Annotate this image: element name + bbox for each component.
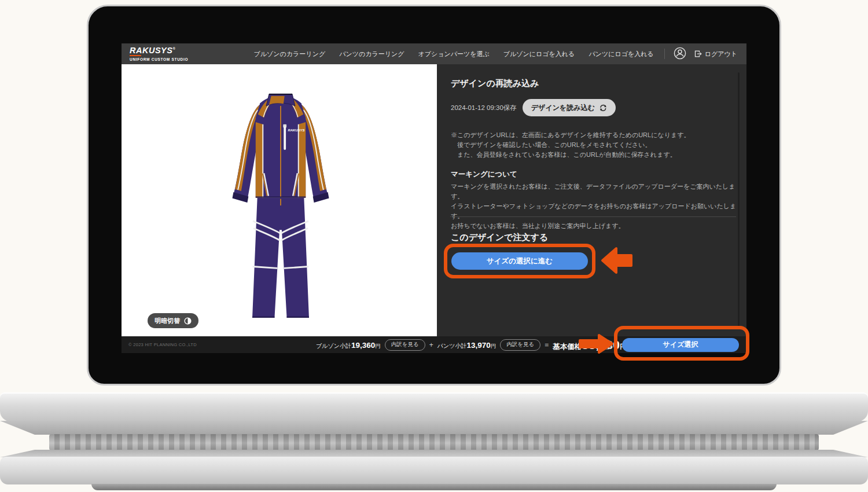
brand-subtitle: UNIFORM CUSTOM STUDIO [130,58,188,62]
brand-registered-mark: ® [172,47,175,50]
pants-breakdown-button[interactable]: 内訳を見る [500,339,540,351]
nav-item-blouson-logo[interactable]: ブルゾンにロゴを入れる [503,50,575,58]
blouson-breakdown-button[interactable]: 内訳を見る [385,339,425,351]
plus-sign: + [429,341,433,349]
design-canvas[interactable]: RAKUSYS 明暗切替 [122,64,437,336]
design-url-note: ※このデザインURLは、左画面にあるデザインを維持するためのURLになります。 … [451,130,690,160]
laptop-base-lip [91,484,777,490]
url-note-line: ※このデザインURLは、左画面にあるデザインを維持するためのURLになります。 [451,130,690,140]
copyright: © 2023 HIT PLANNING CO.,LTD [128,336,197,353]
settings-panel: デザインの再読み込み 2024-01-12 09:30保存 デザインを読み込む [437,64,746,336]
marking-note-line: マーキングを選択されたお客様は、ご注文後、データファイルのアップローダーをご案内… [451,182,746,201]
blouson-subtotal: ブルゾン小計19,360円 [316,340,381,350]
section-divider [450,216,736,217]
marking-note-line: イラストレーターやフォトショップなどのデータをお持ちのお客様はアップロードお願い… [451,201,746,221]
brand-name: RAKUSYS® [130,46,188,55]
equals-sign: = [545,341,549,349]
order-section-title: このデザインで注文する [451,232,548,243]
laptop-hinge-vent [49,434,819,450]
main-nav: ブルゾンのカラーリング パンツのカラーリング オプションパーツを選ぶ ブルゾンに… [254,50,654,58]
pants-subtotal: パンツ小計13,970円 [437,340,496,350]
blouson-subtotal-label: ブルゾン小計 [316,343,351,349]
brand-accent-bar [130,55,141,56]
marking-section-title: マーキングについて [451,170,517,179]
pants-subtotal-value: 13,970 [466,341,490,350]
saved-design-row: 2024-01-12 09:30保存 デザインを読み込む [451,99,616,116]
brand-logo: RAKUSYS® UNIFORM CUSTOM STUDIO [130,46,188,62]
logout-label: ログアウト [705,50,737,58]
garment-logo-text: RAKUSYS [288,128,304,132]
laptop-deck-top [0,392,868,421]
pants-subtotal-label: パンツ小計 [437,343,467,349]
size-select-button[interactable]: サイズ選択 [622,338,739,352]
yen-unit: 円 [375,343,381,349]
laptop-screen: RAKUSYS® UNIFORM CUSTOM STUDIO ブルゾンのカラーリ… [87,5,781,385]
nav-item-option-parts[interactable]: オプションパーツを選ぶ [418,50,489,58]
header-divider [664,49,665,59]
laptop-hinge-upper [0,421,868,435]
marking-note: マーキングを選択されたお客様は、ご注文後、データファイルのアップローダーをご案内… [451,182,746,231]
app-header: RAKUSYS® UNIFORM CUSTOM STUDIO ブルゾンのカラーリ… [122,43,746,64]
tracksuit-preview: RAKUSYS [211,79,350,329]
nav-item-pants-logo[interactable]: パンツにロゴを入れる [589,50,653,58]
nav-item-pants-coloring[interactable]: パンツのカラーリング [339,50,404,58]
laptop-deck-bottom [0,457,868,484]
load-design-label: デザインを読み込む [531,103,595,113]
logout-icon [694,50,702,58]
person-icon [674,47,686,60]
saved-timestamp: 2024-01-12 09:30保存 [451,104,517,112]
contrast-icon [184,317,192,325]
app-window: RAKUSYS® UNIFORM CUSTOM STUDIO ブルゾンのカラーリ… [122,43,746,353]
marking-note-line: お持ちでないお客様は、当社より別途ご案内申し上げます。 [451,221,746,231]
scrollbar[interactable] [738,72,740,327]
account-button[interactable] [673,47,687,61]
brand-text: RAKUSYS [130,46,172,55]
refresh-icon [599,104,607,112]
page: RAKUSYS® UNIFORM CUSTOM STUDIO ブルゾンのカラーリ… [0,0,868,492]
base-price-label: 基本価格 [553,343,582,351]
app-footer: © 2023 HIT PLANNING CO.,LTD ブルゾン小計19,360… [122,336,746,353]
proceed-to-size-button[interactable]: サイズの選択に進む [451,252,588,270]
arrow-right-icon [578,333,614,355]
load-design-button[interactable]: デザインを読み込む [523,99,616,116]
yen-unit: 円 [491,343,496,349]
blouson-subtotal-value: 19,360 [351,341,375,350]
app-main: RAKUSYS 明暗切替 [122,64,746,336]
url-note-line: また、会員登録をされているお客様は、このURLが自動的に保存されます。 [451,150,690,160]
brightness-toggle-button[interactable]: 明暗切替 [148,313,198,328]
logout-button[interactable]: ログアウト [694,50,737,58]
url-note-line: 後でデザインを確認したい場合、このURLをメモされてください。 [451,140,690,150]
brightness-toggle-label: 明暗切替 [155,317,180,325]
reload-section-title: デザインの再読み込み [451,78,539,89]
arrow-left-icon [601,244,633,277]
nav-item-blouson-coloring[interactable]: ブルゾンのカラーリング [254,50,326,58]
